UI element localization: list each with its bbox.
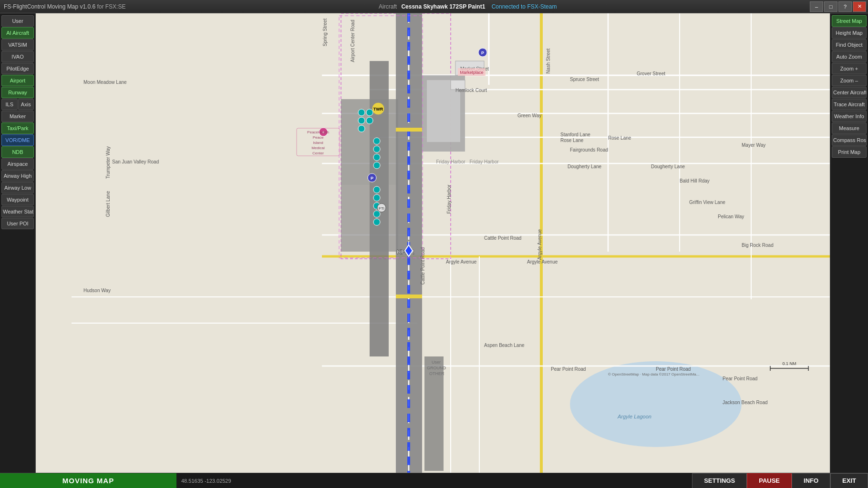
exit-button[interactable]: EXIT [830, 473, 868, 488]
sidebar-item-axis[interactable]: Axis [18, 99, 34, 110]
svg-point-44 [373, 162, 380, 169]
sidebar-item-trace-aircraft[interactable]: Trace Aircraft [832, 99, 867, 110]
sidebar-item-height-map[interactable]: Height Map [832, 27, 867, 39]
coordinates-display: 48.51635 -123.02529 [176, 478, 692, 484]
sidebar-item-print-map[interactable]: Print Map [832, 146, 867, 158]
settings-button[interactable]: SETTINGS [692, 473, 747, 488]
sidebar-item-airway-high[interactable]: Airway High [1, 170, 34, 182]
titlebar-title: FS-FlightControl Moving Map v1.0.6 for F… [0, 3, 125, 10]
info-button[interactable]: INFO [792, 473, 830, 488]
sidebar-item-taxi-park[interactable]: Taxi/Park [1, 122, 34, 134]
sidebar-item-compass-rose[interactable]: Compass Rose [832, 134, 867, 146]
minimize-button[interactable]: – [810, 1, 823, 12]
sidebar-item-street-map[interactable]: Street Map [832, 15, 867, 27]
titlebar-controls: – □ ? ✕ [810, 1, 868, 12]
sidebar-item-measure[interactable]: Measure [832, 122, 867, 134]
svg-text:Pear Point Road: Pear Point Road [723, 376, 757, 381]
svg-text:Mayer Way: Mayer Way [742, 142, 765, 148]
svg-text:FTI: FTI [379, 206, 384, 211]
svg-point-43 [373, 154, 380, 161]
svg-rect-30 [396, 295, 422, 298]
sidebar-item-user-poi[interactable]: User POI [1, 218, 34, 229]
connection-status: Connected to FSX-Steam [492, 3, 557, 10]
svg-text:Moon Meadow Lane: Moon Meadow Lane [83, 80, 127, 85]
svg-text:TWR: TWR [373, 107, 383, 112]
app-title: FS-FlightControl Moving Map v1.0.6 [4, 3, 95, 10]
sidebar-item-runway[interactable]: Runway [1, 87, 34, 98]
svg-text:Green Way: Green Way [517, 113, 541, 118]
svg-text:Friday Harbor: Friday Harbor [446, 184, 452, 214]
sidebar-item-airspace[interactable]: Airspace [1, 158, 34, 170]
svg-text:Gilbert Lane: Gilbert Lane [105, 191, 111, 217]
svg-point-49 [373, 219, 380, 225]
sidebar-item-center-aircraft[interactable]: Center Aircraft [832, 87, 867, 98]
sidebar-item-marker[interactable]: Marker [1, 111, 34, 122]
svg-text:Argyle Avenue: Argyle Avenue [537, 229, 542, 260]
svg-text:Argyle Avenue: Argyle Avenue [527, 259, 558, 264]
sidebar-item-waypoint[interactable]: Waypoint [1, 194, 34, 205]
sidebar-item-airport[interactable]: Airport [1, 75, 34, 86]
svg-text:Pear Point Road: Pear Point Road [656, 366, 691, 372]
pause-button[interactable]: PAUSE [747, 473, 792, 488]
sidebar-item-auto-zoom[interactable]: Auto Zoom [832, 51, 867, 62]
svg-point-46 [373, 194, 380, 201]
svg-text:Dougherty Lane: Dougherty Lane [651, 164, 685, 169]
app-for: for FSX:SE [97, 3, 125, 10]
help-button[interactable]: ? [838, 1, 852, 12]
restore-button[interactable]: □ [824, 1, 837, 12]
svg-text:0.1 NM: 0.1 NM [782, 361, 796, 366]
svg-text:San Juan Valley Road: San Juan Valley Road [112, 159, 159, 164]
svg-point-39 [366, 109, 373, 116]
sidebar-item-ils[interactable]: ILS [1, 99, 18, 110]
sidebar-item-ndb[interactable]: NDB [1, 146, 34, 158]
svg-text:Medical: Medical [311, 146, 325, 150]
map-svg: Argyle Lagoon [36, 13, 830, 473]
moving-map-button[interactable]: MOVING MAP [0, 473, 176, 488]
sidebar-right: Street Map Height Map Find Object Auto Z… [830, 13, 868, 473]
sidebar-item-vor-dme[interactable]: VOR/DME [1, 134, 34, 146]
svg-rect-115 [424, 356, 444, 471]
svg-text:Spring Street: Spring Street [322, 19, 328, 47]
svg-text:P: P [481, 51, 484, 55]
svg-text:Friday Harbor: Friday Harbor [436, 159, 465, 164]
svg-text:Pear Point Road: Pear Point Road [551, 366, 586, 372]
sidebar-item-vatsim[interactable]: VATSIM [1, 39, 34, 51]
sidebar-item-weather-info[interactable]: Weather Info [832, 111, 867, 122]
sidebar-item-pilotedge[interactable]: PilotEdge [1, 63, 34, 74]
sidebar-item-airway-low[interactable]: Airway Low [1, 182, 34, 193]
svg-point-41 [373, 138, 380, 144]
svg-text:© OpenStreetMap · Map data ©20: © OpenStreetMap · Map data ©2017 OpenStr… [608, 372, 699, 376]
titlebar-center: Aircraft Cessna Skyhawk 172SP Paint1 Con… [379, 3, 557, 10]
sidebar-item-zoom-in[interactable]: Zoom + [832, 63, 867, 74]
svg-point-38 [358, 125, 365, 132]
aircraft-name: Cessna Skyhawk 172SP Paint1 [401, 3, 485, 10]
svg-text:Fairgrounds Road: Fairgrounds Road [570, 147, 608, 152]
svg-point-40 [366, 117, 373, 124]
svg-text:Trumpeter Way: Trumpeter Way [105, 146, 111, 179]
svg-text:Hemlock Court: Hemlock Court [455, 88, 487, 93]
svg-text:Griffin View Lane: Griffin View Lane [689, 200, 725, 205]
map-area[interactable]: Argyle Lagoon [36, 13, 830, 473]
sidebar-item-ivao[interactable]: IVAO [1, 51, 34, 62]
svg-text:Marketplace: Marketplace [460, 70, 483, 75]
svg-text:Pelican Way: Pelican Way [718, 214, 744, 219]
svg-rect-26 [341, 185, 398, 252]
close-button[interactable]: ✕ [853, 1, 866, 12]
sidebar-item-weather-station[interactable]: Weather Station [1, 206, 34, 217]
svg-text:Argyle Lagoon: Argyle Lagoon [617, 414, 651, 419]
svg-point-45 [373, 186, 380, 193]
sidebar-item-find-object[interactable]: Find Object [832, 39, 867, 51]
svg-text:Cattle Point Road: Cattle Point Road [484, 235, 521, 241]
sidebar-item-zoom-out[interactable]: Zoom – [832, 75, 867, 86]
svg-text:Dougherty Lane: Dougherty Lane [568, 164, 602, 169]
bottombar: MOVING MAP 48.51635 -123.02529 SETTINGS … [0, 473, 868, 488]
svg-text:P: P [371, 176, 373, 181]
svg-text:Island: Island [313, 141, 323, 145]
aircraft-label: Aircraft [379, 3, 397, 10]
svg-point-42 [373, 146, 380, 152]
titlebar: FS-FlightControl Moving Map v1.0.6 for F… [0, 0, 868, 13]
sidebar-item-ils-axis: ILS Axis [1, 99, 34, 110]
sidebar-item-user[interactable]: User [1, 15, 34, 27]
svg-text:Stanford Lane: Stanford Lane [560, 132, 590, 137]
sidebar-item-ai-aircraft[interactable]: AI Aircraft [1, 27, 34, 39]
